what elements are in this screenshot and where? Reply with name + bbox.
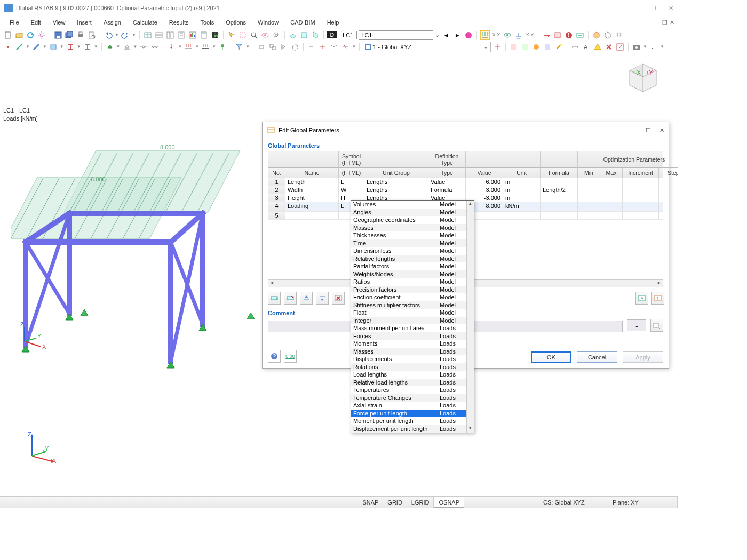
extend-icon[interactable] <box>307 42 316 52</box>
status-grid[interactable]: GRID <box>383 497 407 508</box>
warning-icon[interactable] <box>593 42 602 52</box>
chevron-down-icon[interactable]: ⌄ <box>483 43 488 50</box>
delete-all-button[interactable] <box>332 292 345 305</box>
tb-b[interactable] <box>520 42 530 52</box>
calc-icon[interactable] <box>199 30 209 40</box>
col-unitgroup[interactable]: Unit Group <box>364 168 428 178</box>
select-arrow-icon[interactable] <box>227 30 236 40</box>
unit-group-dropdown[interactable]: VolumesModelAnglesModelGeographic coordi… <box>351 200 474 433</box>
mdi-restore-icon[interactable]: ❐ <box>662 19 667 26</box>
line-icon[interactable] <box>14 42 24 52</box>
status-snap[interactable]: SNAP <box>358 497 383 508</box>
move-down-button[interactable] <box>316 292 329 305</box>
hinge-icon[interactable] <box>139 42 148 52</box>
member-icon[interactable] <box>31 42 41 52</box>
dropdown-item[interactable]: Weights/NodesModel <box>351 270 466 278</box>
dd6[interactable]: ▼ <box>116 44 121 49</box>
wizard-icon[interactable] <box>554 42 563 52</box>
dlg-minimize-icon[interactable]: — <box>631 127 637 134</box>
mdi-minimize-icon[interactable]: — <box>654 19 660 26</box>
show-deform-icon[interactable]: x.xx <box>525 30 535 40</box>
show-support-icon[interactable] <box>514 30 523 40</box>
dd13[interactable]: ▼ <box>643 44 647 49</box>
menu-cadbim[interactable]: CAD-BIM <box>285 18 320 27</box>
dropdown-item[interactable]: Partial factorsModel <box>351 262 466 270</box>
dropdown-item[interactable]: Axial strainLoads <box>351 402 466 410</box>
box3d-icon[interactable] <box>592 30 601 40</box>
connect-icon[interactable] <box>329 42 339 52</box>
dropdown-item[interactable]: Displacement per unit lengthLoads <box>351 425 466 433</box>
divide-icon[interactable] <box>318 42 328 52</box>
print-preview-icon[interactable] <box>87 30 97 40</box>
menu-help[interactable]: Help <box>322 18 345 27</box>
col-value[interactable]: Value <box>466 168 503 178</box>
dropdown-item[interactable]: MassesLoads <box>351 348 466 356</box>
col-no[interactable]: No. <box>268 168 285 178</box>
support2-icon[interactable] <box>122 42 132 52</box>
support-icon[interactable] <box>105 42 115 52</box>
dim-icon[interactable] <box>570 42 580 52</box>
ibeam2-icon[interactable] <box>83 42 92 52</box>
copy-icon[interactable] <box>268 42 277 52</box>
lc-code[interactable]: LC1 <box>339 31 357 39</box>
results-nav-icon[interactable] <box>188 30 197 40</box>
workplane-xz-icon[interactable] <box>299 30 309 40</box>
load-node-icon[interactable] <box>166 42 176 52</box>
status-lgrid[interactable]: LGRID <box>407 497 434 508</box>
menu-calculate[interactable]: Calculate <box>128 18 163 27</box>
cam-icon[interactable] <box>632 42 641 52</box>
ok-button[interactable]: OK <box>531 351 571 363</box>
move-icon[interactable] <box>257 42 266 52</box>
table-row[interactable]: 2WidthWLengthsFormula3.000mLength/2 <box>268 186 663 194</box>
tb-d[interactable] <box>543 42 552 52</box>
col-inc[interactable]: Increment <box>623 168 659 178</box>
dlg-close-icon[interactable]: ✕ <box>659 127 664 134</box>
select-rect-icon[interactable] <box>238 30 248 40</box>
surface-icon[interactable] <box>49 42 58 52</box>
text-icon[interactable]: A <box>582 42 591 52</box>
hinge2-icon[interactable] <box>150 42 160 52</box>
dlg-maximize-icon[interactable]: ☐ <box>646 127 651 134</box>
col-formula[interactable]: Formula <box>541 168 578 178</box>
open-icon[interactable] <box>14 30 24 40</box>
dropdown-item[interactable]: Force per unit lengthLoads <box>351 410 466 418</box>
load-imposed-icon[interactable] <box>218 42 227 52</box>
dd12[interactable]: ▼ <box>352 44 356 49</box>
del-icon[interactable] <box>604 42 614 52</box>
dd11[interactable]: ▼ <box>245 44 250 49</box>
measure-icon[interactable] <box>649 42 658 52</box>
workplane-yz-icon[interactable] <box>311 30 320 40</box>
dropdown-item[interactable]: FloatModel <box>351 309 466 317</box>
grid3d-icon[interactable] <box>614 30 624 40</box>
dd8[interactable]: ▼ <box>178 44 182 49</box>
minimize-icon[interactable]: — <box>640 5 646 12</box>
tb-c[interactable] <box>531 42 541 52</box>
check-box-icon[interactable] <box>615 42 625 52</box>
cs-edit-icon[interactable] <box>492 42 502 52</box>
col-opt-group[interactable]: Optimization Parameters <box>578 151 678 168</box>
report-icon[interactable] <box>177 30 186 40</box>
dd3[interactable]: ▼ <box>60 44 64 49</box>
lc-info-icon[interactable] <box>464 30 473 40</box>
menu-insert[interactable]: Insert <box>71 18 97 27</box>
dropdown-item[interactable]: Moment per unit lengthLoads <box>351 417 466 425</box>
dropdown-item[interactable]: Friction coefficientModel <box>351 293 466 301</box>
node-icon[interactable] <box>3 42 13 52</box>
col-steps[interactable]: Steps <box>659 168 678 178</box>
import-button[interactable] <box>635 292 648 305</box>
trim-icon[interactable] <box>340 42 350 52</box>
maximize-icon[interactable]: ☐ <box>655 5 660 12</box>
dropdown-item[interactable]: Mass moment per unit areaLoads <box>351 324 466 332</box>
dropdown-item[interactable]: DisplacementsLoads <box>351 355 466 363</box>
new-icon[interactable] <box>3 30 13 40</box>
delete-row-button[interactable] <box>284 292 297 305</box>
dropdown-item[interactable]: MomentsLoads <box>351 340 466 348</box>
dropdown-item[interactable]: AnglesModel <box>351 209 466 217</box>
export-button[interactable] <box>651 292 664 305</box>
col-name[interactable]: Name <box>285 168 339 178</box>
menu-window[interactable]: Window <box>252 18 284 27</box>
error-icon[interactable]: ! <box>564 30 574 40</box>
lc-next-icon[interactable]: ► <box>452 30 462 40</box>
dd10[interactable]: ▼ <box>212 44 216 49</box>
dropdown-item[interactable]: DimensionlessModel <box>351 247 466 255</box>
